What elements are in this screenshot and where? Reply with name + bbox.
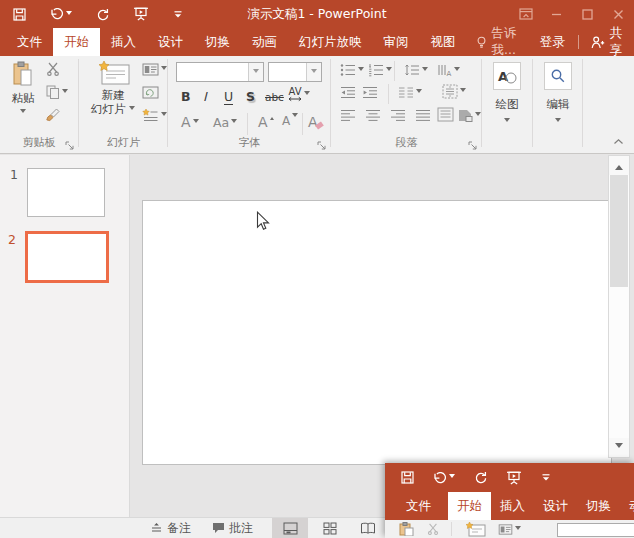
save-icon[interactable] <box>401 471 414 484</box>
font-color-dropdown-icon[interactable] <box>193 119 199 126</box>
tab-insert[interactable]: 插入 <box>100 28 147 56</box>
paragraph-dialog-launcher-icon[interactable] <box>468 141 477 150</box>
sign-in-button[interactable]: 登录 <box>529 28 576 56</box>
bullets-dropdown-icon[interactable] <box>358 67 364 74</box>
close-icon[interactable] <box>603 0 634 28</box>
numbering-button[interactable] <box>368 63 392 77</box>
clipboard-dialog-launcher-icon[interactable] <box>65 141 74 150</box>
tab-slideshow[interactable]: 幻灯片放映 <box>288 28 373 56</box>
slide-1-thumbnail[interactable] <box>27 168 105 217</box>
cut-scissors-icon[interactable] <box>427 523 439 535</box>
clear-formatting-button[interactable]: A <box>308 114 323 130</box>
numbering-dropdown-icon[interactable] <box>386 67 392 74</box>
copy-button[interactable] <box>46 85 68 99</box>
character-spacing-button[interactable]: AV <box>288 87 310 102</box>
text-shadow-button[interactable]: S <box>246 89 255 104</box>
font-size-combo[interactable] <box>268 62 322 82</box>
editing-dropdown-icon[interactable] <box>555 118 561 125</box>
distribute-button[interactable] <box>437 107 454 122</box>
section-button[interactable] <box>142 109 167 122</box>
ribbon-display-options-icon[interactable] <box>510 0 541 28</box>
new-slide-dropdown-icon[interactable] <box>129 106 135 113</box>
increase-font-size-button[interactable]: A <box>258 114 274 130</box>
slideshow-from-beginning-icon[interactable] <box>506 471 522 485</box>
maximize-icon[interactable] <box>572 0 603 28</box>
undo-dropdown-icon[interactable] <box>449 474 455 481</box>
align-text-button[interactable] <box>442 84 466 99</box>
tab-review[interactable]: 审阅 <box>373 28 420 56</box>
tab-design[interactable]: 设计 <box>147 28 194 56</box>
spacing-dropdown-icon[interactable] <box>304 91 310 98</box>
bold-button[interactable]: B <box>181 89 191 104</box>
bullets-button[interactable] <box>340 63 364 77</box>
share-button[interactable]: 共享 <box>581 28 633 56</box>
tab-file[interactable]: 文件 <box>397 492 440 520</box>
tab-view[interactable]: 视图 <box>420 28 467 56</box>
tab-animations[interactable]: 动画 <box>241 28 288 56</box>
tab-insert[interactable]: 插入 <box>491 492 534 520</box>
align-center-button[interactable] <box>365 109 381 122</box>
cut-button[interactable] <box>46 62 60 76</box>
new-slide-icon[interactable] <box>464 522 486 537</box>
drawing-menu-button[interactable]: A 绘图 <box>493 62 521 125</box>
save-icon[interactable] <box>13 8 26 21</box>
columns-button[interactable] <box>398 86 422 99</box>
scrollbar-thumb[interactable] <box>610 175 628 287</box>
tab-transitions[interactable]: 切换 <box>194 28 241 56</box>
line-spacing-button[interactable] <box>404 63 428 77</box>
reading-view-button[interactable] <box>350 518 386 538</box>
overlay-powerpoint-window[interactable]: 文件 开始 插入 设计 切换 动画 <box>385 463 634 538</box>
collapse-ribbon-icon[interactable] <box>613 138 624 145</box>
drawing-dropdown-icon[interactable] <box>504 118 510 125</box>
new-slide-button[interactable]: 新建 幻灯片 <box>87 61 139 116</box>
paste-button[interactable]: 粘贴 <box>5 61 41 116</box>
font-color-button[interactable]: A <box>181 114 199 130</box>
customize-quick-access-toolbar-icon[interactable] <box>541 473 551 482</box>
align-left-button[interactable] <box>340 109 356 122</box>
scroll-down-button[interactable] <box>609 438 629 457</box>
increase-indent-button[interactable] <box>362 86 378 99</box>
undo-dropdown-icon[interactable] <box>66 11 72 18</box>
comments-button[interactable]: 批注 <box>212 518 253 538</box>
tab-file[interactable]: 文件 <box>6 28 53 56</box>
paste-dropdown-icon[interactable] <box>20 109 26 116</box>
tab-animations[interactable]: 动画 <box>620 492 634 520</box>
layout-button[interactable] <box>142 63 167 76</box>
layout-button[interactable] <box>498 524 521 535</box>
font-dialog-launcher-icon[interactable] <box>317 141 326 150</box>
justify-button[interactable] <box>415 109 431 122</box>
overlay-font-name-combo[interactable] <box>557 523 634 537</box>
copy-dropdown-icon[interactable] <box>62 89 68 96</box>
text-direction-button[interactable]: A <box>436 63 460 77</box>
font-name-combo[interactable] <box>176 62 264 82</box>
paste-clipboard-icon[interactable] <box>399 522 415 536</box>
scroll-up-button[interactable] <box>609 156 629 175</box>
redo-icon[interactable] <box>474 471 487 484</box>
text-direction-dropdown-icon[interactable] <box>454 67 460 74</box>
tab-design[interactable]: 设计 <box>534 492 577 520</box>
redo-icon[interactable] <box>96 8 109 21</box>
convert-smartart-button[interactable] <box>458 109 481 122</box>
slide-2-thumbnail[interactable] <box>25 231 109 283</box>
editing-menu-button[interactable]: 编辑 <box>544 62 572 125</box>
decrease-font-size-button[interactable]: A <box>282 114 298 128</box>
change-case-dropdown-icon[interactable] <box>231 119 237 126</box>
columns-dropdown-icon[interactable] <box>416 89 422 96</box>
tell-me-box[interactable]: 告诉我... <box>467 28 529 56</box>
italic-button[interactable]: I <box>203 89 207 104</box>
strikethrough-button[interactable]: abc <box>265 91 284 103</box>
minimize-icon[interactable] <box>541 0 572 28</box>
tab-transitions[interactable]: 切换 <box>577 492 620 520</box>
slide-canvas[interactable] <box>142 200 612 465</box>
font-name-dropdown-icon[interactable] <box>248 63 263 81</box>
tab-home[interactable]: 开始 <box>53 28 100 56</box>
underline-button[interactable]: U <box>224 89 233 105</box>
slideshow-from-beginning-icon[interactable] <box>133 7 149 21</box>
undo-button[interactable] <box>433 472 455 484</box>
tab-home[interactable]: 开始 <box>448 492 491 520</box>
font-size-dropdown-icon[interactable] <box>306 63 321 81</box>
format-painter-button[interactable] <box>46 108 60 122</box>
slide-sorter-view-button[interactable] <box>312 518 348 538</box>
decrease-indent-button[interactable] <box>340 86 356 99</box>
align-right-button[interactable] <box>390 109 406 122</box>
